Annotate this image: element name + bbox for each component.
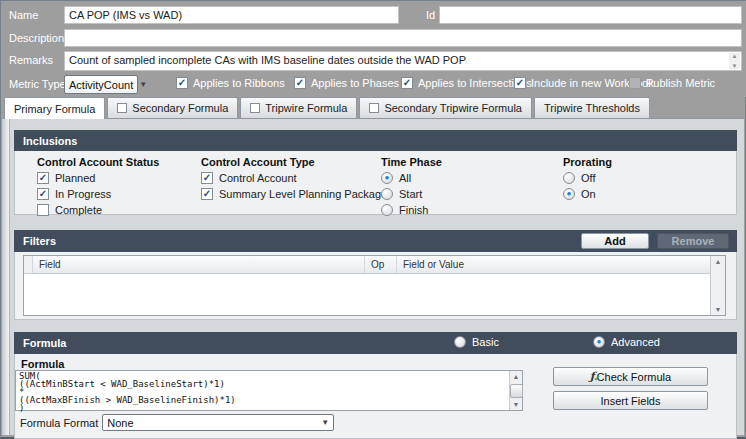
remarks-field[interactable]: Count of sampled incomplete CAs with IMS…	[64, 51, 742, 71]
tab-secondary-tripwire-formula[interactable]: Secondary Tripwire Formula	[359, 97, 532, 118]
applies-to-intersections-checkbox[interactable]: ✓	[401, 77, 413, 89]
prorating-title: Prorating	[563, 156, 612, 168]
prorating-column: Prorating Off ● On	[563, 156, 612, 204]
remove-filter-label: Remove	[672, 235, 715, 247]
publish-metric-option[interactable]: Publish Metric	[629, 77, 715, 89]
add-filter-button[interactable]: Add	[581, 233, 649, 249]
description-label: Description	[9, 32, 64, 44]
row-header-gutter	[24, 256, 33, 273]
complete-option[interactable]: Complete	[37, 204, 159, 216]
control-account-type-title: Control Account Type	[201, 156, 387, 168]
scroll-up-icon[interactable]: ▲	[715, 258, 722, 265]
time-phase-finish-radio[interactable]	[381, 204, 393, 216]
formula-format-dropdown[interactable]: None ▼	[102, 414, 334, 431]
tab-secondary-tripwire-formula-checkbox[interactable]	[369, 103, 379, 113]
applies-to-ribbons-option[interactable]: ✓ Applies to Ribbons	[176, 77, 285, 89]
add-filter-label: Add	[604, 235, 625, 247]
remove-filter-button[interactable]: Remove	[657, 233, 729, 249]
description-field[interactable]	[64, 29, 742, 47]
control-account-label: Control Account	[219, 172, 297, 184]
tab-tripwire-formula[interactable]: Tripwire Formula	[240, 97, 357, 118]
scroll-up-icon[interactable]: ▲	[732, 53, 738, 59]
splitter-handle[interactable]	[2, 119, 10, 435]
insert-fields-button[interactable]: Insert Fields	[553, 391, 708, 410]
formula-editor[interactable]: SUM( ((ActMinBStart < WAD_BaselineStart)…	[15, 370, 523, 411]
prorating-off-radio[interactable]	[563, 172, 575, 184]
publish-metric-checkbox[interactable]	[629, 77, 641, 89]
column-label: Field	[39, 259, 61, 270]
formula-mode-advanced-radio[interactable]: ●	[593, 336, 605, 348]
planned-checkbox[interactable]: ✓	[37, 172, 49, 184]
tab-primary-formula[interactable]: Primary Formula	[4, 97, 105, 119]
prorating-off-option[interactable]: Off	[563, 172, 612, 184]
complete-checkbox[interactable]	[37, 204, 49, 216]
applies-to-intersections-option[interactable]: ✓ Applies to Intersections	[401, 77, 532, 89]
primary-formula-tab-content: Inclusions Control Account Status ✓ Plan…	[2, 118, 744, 435]
tab-label: Secondary Formula	[132, 102, 228, 114]
formula-format-row: Formula Format None ▼	[20, 414, 330, 431]
in-progress-checkbox[interactable]: ✓	[37, 188, 49, 200]
filters-table-rows[interactable]	[24, 274, 725, 315]
complete-label: Complete	[55, 204, 102, 216]
time-phase-all-radio[interactable]: ●	[381, 172, 393, 184]
applies-to-phases-checkbox[interactable]: ✓	[294, 77, 306, 89]
applies-to-ribbons-checkbox[interactable]: ✓	[176, 77, 188, 89]
summary-level-planning-package-checkbox[interactable]: ✓	[201, 188, 213, 200]
inclusions-body: Control Account Status ✓ Planned ✓ In Pr…	[14, 151, 737, 215]
column-label: Field or Value	[403, 259, 464, 270]
filters-col-field-or-value[interactable]: Field or Value	[397, 256, 710, 273]
formula-title: Formula	[23, 337, 66, 349]
chevron-down-icon: ▼	[321, 418, 329, 427]
scroll-down-icon[interactable]: ▼	[715, 306, 722, 313]
include-in-new-workbook-checkbox[interactable]: ✓	[514, 77, 526, 89]
in-progress-option[interactable]: ✓ In Progress	[37, 188, 159, 200]
control-account-checkbox[interactable]: ✓	[201, 172, 213, 184]
tab-secondary-formula-checkbox[interactable]	[117, 103, 127, 113]
check-formula-label: Check Formula	[597, 371, 672, 383]
applies-to-phases-option[interactable]: ✓ Applies to Phases	[294, 77, 399, 89]
formula-mode-advanced-option[interactable]: ● Advanced	[593, 336, 660, 348]
time-phase-start-radio[interactable]	[381, 188, 393, 200]
time-phase-all-option[interactable]: ● All	[381, 172, 442, 184]
metric-type-dropdown[interactable]: ActivityCount ▼	[64, 75, 138, 94]
filters-table: Field Op Field or Value ▲ ▼	[23, 255, 726, 316]
tab-secondary-formula[interactable]: Secondary Formula	[107, 97, 238, 118]
scroll-up-icon[interactable]: ▲	[513, 373, 520, 380]
time-phase-finish-label: Finish	[399, 204, 428, 216]
control-account-option[interactable]: ✓ Control Account	[201, 172, 387, 184]
planned-option[interactable]: ✓ Planned	[37, 172, 159, 184]
time-phase-all-label: All	[399, 172, 411, 184]
formula-tabs: Primary Formula Secondary Formula Tripwi…	[4, 97, 650, 118]
tab-label: Secondary Tripwire Formula	[384, 102, 522, 114]
filters-header: Filters Add Remove	[14, 230, 737, 252]
remarks-scrollbar[interactable]: ▲ ▼	[729, 53, 740, 69]
id-field[interactable]	[439, 6, 742, 24]
time-phase-finish-option[interactable]: Finish	[381, 204, 442, 216]
formula-body: Formula SUM( ((ActMinBStart < WAD_Baseli…	[14, 354, 737, 439]
formula-editor-scrollbar[interactable]: ▲ ▼	[509, 371, 522, 410]
filters-col-field[interactable]: Field	[33, 256, 365, 273]
tab-tripwire-formula-checkbox[interactable]	[250, 103, 260, 113]
name-field[interactable]: CA POP (IMS vs WAD)	[64, 6, 399, 24]
formula-format-label: Formula Format	[20, 417, 98, 429]
formula-editor-label: Formula	[21, 358, 64, 370]
prorating-on-radio[interactable]: ●	[563, 188, 575, 200]
prorating-on-option[interactable]: ● On	[563, 188, 612, 200]
control-account-status-column: Control Account Status ✓ Planned ✓ In Pr…	[37, 156, 159, 220]
tab-tripwire-thresholds[interactable]: Tripwire Thresholds	[534, 97, 650, 118]
filters-col-op[interactable]: Op	[365, 256, 397, 273]
check-icon: ✓	[296, 78, 304, 88]
scroll-down-icon[interactable]: ▼	[732, 63, 738, 69]
applies-to-phases-label: Applies to Phases	[311, 77, 399, 89]
formula-mode-basic-radio[interactable]	[454, 336, 466, 348]
filters-table-scrollbar[interactable]: ▲ ▼	[710, 256, 725, 315]
summary-level-planning-package-label: Summary Level Planning Package	[219, 188, 387, 200]
formula-mode-basic-option[interactable]: Basic	[454, 336, 499, 348]
check-formula-button[interactable]: ƒ✓ Check Formula	[553, 367, 708, 386]
chevron-down-icon: ▼	[139, 80, 147, 89]
publish-metric-label: Publish Metric	[646, 77, 715, 89]
scroll-down-icon[interactable]: ▼	[513, 401, 520, 408]
scrollbar-thumb[interactable]	[510, 384, 523, 398]
summary-level-planning-package-option[interactable]: ✓ Summary Level Planning Package	[201, 188, 387, 200]
time-phase-start-option[interactable]: Start	[381, 188, 442, 200]
